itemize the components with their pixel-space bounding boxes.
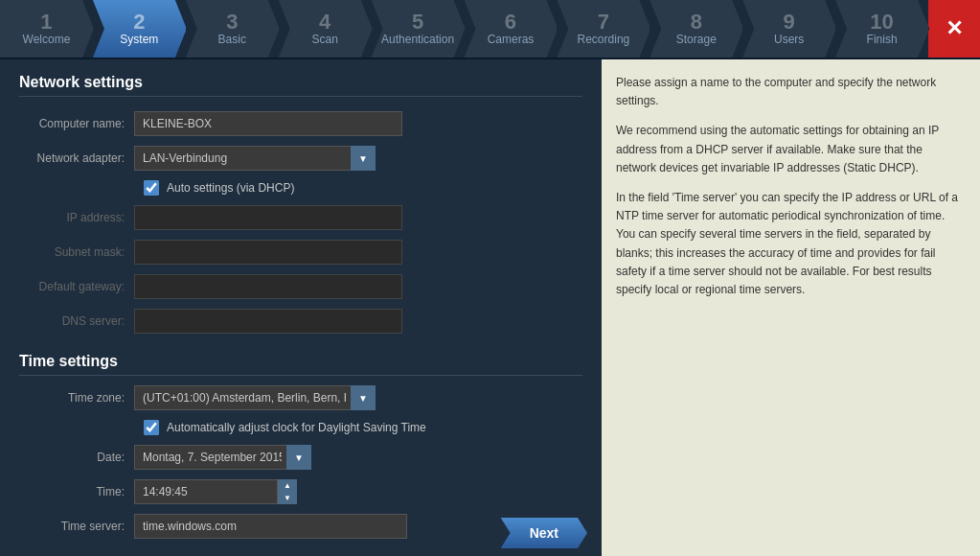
date-select-wrapper: Montag, 7. September 2015 ▼ [134,445,311,470]
ip-address-label: IP address: [19,211,134,224]
next-button[interactable]: Next [501,518,587,548]
computer-name-row: Computer name: [19,111,582,136]
nav-item-storage[interactable]: 8 Storage [650,0,743,58]
timezone-select-wrapper: (UTC+01:00) Amsterdam, Berlin, Bern, Rom… [134,385,376,410]
time-input[interactable] [134,479,278,504]
bottom-bar: Next [0,510,602,556]
timezone-label: Time zone: [19,391,134,405]
time-row: Time: ▲ ▼ [19,479,582,504]
nav-number-system: 2 [133,12,145,33]
network-adapter-select[interactable]: LAN-Verbindung [134,146,376,171]
network-adapter-label: Network adapter: [19,151,134,165]
auto-settings-row: Auto settings (via DHCP) [19,180,582,196]
nav-item-scan[interactable]: 4 Scan [279,0,373,58]
auto-settings-label[interactable]: Auto settings (via DHCP) [167,181,294,195]
time-settings-title: Time settings [19,353,582,376]
help-text-2: We recommend using the automatic setting… [616,122,966,177]
close-icon: ✕ [946,16,963,41]
help-text-3: In the field 'Time server' you can speci… [616,189,966,299]
time-up-button[interactable]: ▲ [278,479,297,492]
default-gateway-input[interactable] [134,274,402,299]
default-gateway-row: Default gateway: [19,274,582,299]
nav-item-finish[interactable]: 10 Finish [835,0,929,58]
nav-number-cameras: 6 [505,12,516,33]
timezone-row: Time zone: (UTC+01:00) Amsterdam, Berlin… [19,385,582,410]
computer-name-input[interactable] [134,111,402,136]
timezone-select[interactable]: (UTC+01:00) Amsterdam, Berlin, Bern, Rom… [134,385,376,410]
auto-clock-row: Automatically adjust clock for Daylight … [19,420,582,435]
nav-number-basic: 3 [226,12,238,33]
computer-name-label: Computer name: [19,117,134,130]
time-down-button[interactable]: ▼ [278,492,297,504]
subnet-mask-row: Subnet mask: [19,240,582,265]
ip-address-row: IP address: [19,205,582,230]
network-adapter-select-wrapper: LAN-Verbindung ▼ [134,146,376,171]
ip-address-input[interactable] [134,205,402,230]
dns-server-row: DNS server: [19,309,582,334]
date-label: Date: [19,451,134,464]
nav-label-storage: Storage [676,33,717,46]
nav-number-scan: 4 [319,12,330,33]
network-settings-title: Network settings [19,74,582,97]
top-navigation: 1 Welcome 2 System 3 Basic 4 Scan 5 Auth… [0,0,980,59]
nav-item-system[interactable]: 2 System [93,0,187,58]
nav-item-basic[interactable]: 3 Basic [186,0,280,58]
nav-item-users[interactable]: 9 Users [742,0,836,58]
nav-label-users: Users [774,33,804,46]
network-adapter-row: Network adapter: LAN-Verbindung ▼ [19,146,582,171]
nav-label-recording: Recording [578,33,630,46]
nav-label-basic: Basic [218,33,246,46]
nav-label-finish: Finish [867,33,898,46]
nav-label-authentication: Authentication [381,33,454,46]
dns-server-label: DNS server: [19,314,134,328]
nav-item-cameras[interactable]: 6 Cameras [465,0,558,58]
date-row: Date: Montag, 7. September 2015 ▼ [19,445,582,470]
auto-clock-checkbox[interactable] [144,420,159,435]
subnet-mask-label: Subnet mask: [19,245,134,259]
time-label: Time: [19,485,134,498]
nav-label-scan: Scan [311,33,337,46]
dns-server-input[interactable] [134,309,402,334]
main-content: Network settings Computer name: Network … [0,59,980,556]
nav-item-authentication[interactable]: 5 Authentication [372,0,466,58]
subnet-mask-input[interactable] [134,240,402,265]
nav-number-recording: 7 [598,12,609,33]
time-spinner: ▲ ▼ [278,479,297,504]
nav-number-finish: 10 [870,12,893,33]
nav-number-authentication: 5 [412,12,423,33]
nav-item-welcome[interactable]: 1 Welcome [0,0,94,58]
nav-label-system: System [120,33,158,46]
time-input-wrapper: ▲ ▼ [134,479,297,504]
close-button[interactable]: ✕ [928,0,980,58]
right-panel: Please assign a name to the computer and… [602,59,980,556]
default-gateway-label: Default gateway: [19,280,134,293]
left-panel: Network settings Computer name: Network … [0,59,602,556]
auto-settings-checkbox[interactable] [144,180,159,196]
nav-label-welcome: Welcome [23,33,71,46]
help-text-1: Please assign a name to the computer and… [616,74,966,110]
date-select[interactable]: Montag, 7. September 2015 [134,445,311,470]
nav-number-storage: 8 [691,12,702,33]
auto-clock-label[interactable]: Automatically adjust clock for Daylight … [167,421,426,434]
nav-number-users: 9 [784,12,795,33]
nav-number-welcome: 1 [40,12,52,33]
nav-label-cameras: Cameras [488,33,535,46]
nav-item-recording[interactable]: 7 Recording [557,0,650,58]
